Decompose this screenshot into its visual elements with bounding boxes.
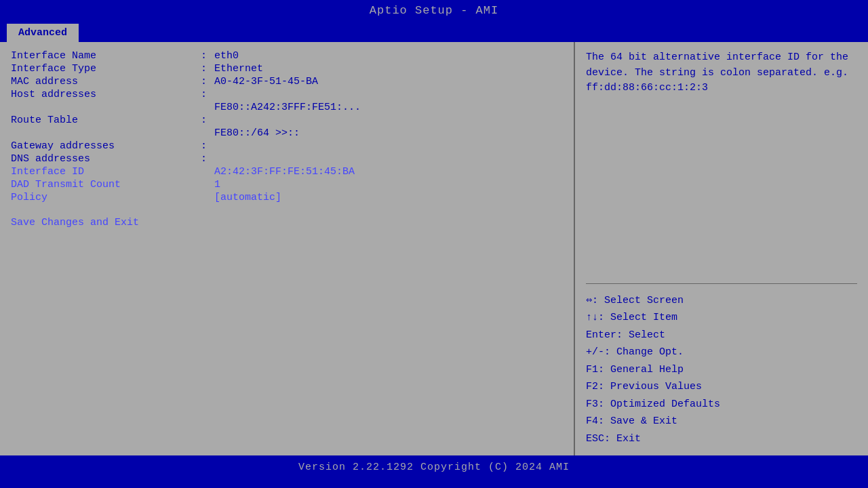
field-colon-0: : <box>201 50 214 62</box>
field-label-1: Interface Type <box>11 63 201 75</box>
field-row-2: MAC address:A0-42-3F-51-45-BA <box>11 76 563 87</box>
field-row-1: Interface Type:Ethernet <box>11 63 563 75</box>
field-row-8: DNS addresses: <box>11 153 563 165</box>
key-help-item: F1: General Help <box>586 361 857 379</box>
field-label-2: MAC address <box>11 76 201 87</box>
field-label-10: DAD Transmit Count <box>11 179 201 190</box>
field-label-11: Policy <box>11 192 201 203</box>
field-colon-1: : <box>201 63 214 75</box>
field-colon-8: : <box>201 153 214 165</box>
key-help: ⇔: Select Screen↑↓: Select ItemEnter: Se… <box>586 292 857 448</box>
field-colon-3: : <box>201 89 214 100</box>
divider <box>586 283 857 284</box>
field-label-0: Interface Name <box>11 50 201 62</box>
field-row-5: Route Table: <box>11 115 563 126</box>
field-colon-4 <box>201 102 214 113</box>
main-content: Interface Name:eth0Interface Type:Ethern… <box>0 42 868 455</box>
field-value-10: 1 <box>214 179 220 190</box>
field-row-9[interactable]: Interface IDA2:42:3F:FF:FE:51:45:BA <box>11 166 563 178</box>
field-row-10[interactable]: DAD Transmit Count1 <box>11 179 563 190</box>
key-help-item: ↑↓: Select Item <box>586 309 857 327</box>
field-label-3: Host addresses <box>11 89 201 100</box>
field-value-1: Ethernet <box>214 63 263 75</box>
save-changes-row[interactable]: Save Changes and Exit <box>11 217 563 228</box>
field-colon-5: : <box>201 115 214 126</box>
field-value-6: FE80::/64 >>:: <box>214 127 300 139</box>
field-label-7: Gateway addresses <box>11 140 201 152</box>
field-label-9: Interface ID <box>11 166 201 178</box>
field-label-8: DNS addresses <box>11 153 201 165</box>
field-colon-7: : <box>201 140 214 152</box>
key-help-item: F2: Previous Values <box>586 378 857 396</box>
help-text: The 64 bit alternative interface ID for … <box>586 50 857 275</box>
field-value-0: eth0 <box>214 50 239 62</box>
app-title: Aptio Setup - AMI <box>370 4 498 17</box>
field-value-9: A2:42:3F:FF:FE:51:45:BA <box>214 166 355 178</box>
field-label-5: Route Table <box>11 115 201 126</box>
field-row-7: Gateway addresses: <box>11 140 563 152</box>
tab-bar: Advanced <box>0 21 868 42</box>
field-colon-6 <box>201 127 214 139</box>
key-help-item: F3: Optimized Defaults <box>586 396 857 413</box>
field-label-4 <box>11 102 201 113</box>
field-value-2: A0-42-3F-51-45-BA <box>214 76 318 87</box>
right-panel: The 64 bit alternative interface ID for … <box>575 42 868 455</box>
footer-text: Version 2.22.1292 Copyright (C) 2024 AMI <box>298 462 570 473</box>
tab-advanced[interactable]: Advanced <box>7 24 79 42</box>
field-value-11: [automatic] <box>214 192 281 203</box>
key-help-item: Enter: Select <box>586 327 857 344</box>
key-help-item: ⇔: Select Screen <box>586 292 857 310</box>
left-panel: Interface Name:eth0Interface Type:Ethern… <box>0 42 575 455</box>
field-row-4: FE80::A242:3FFF:FE51:... <box>11 102 563 113</box>
field-value-4: FE80::A242:3FFF:FE51:... <box>214 102 361 113</box>
key-help-item: F4: Save & Exit <box>586 413 857 430</box>
field-row-0: Interface Name:eth0 <box>11 50 563 62</box>
field-row-3: Host addresses: <box>11 89 563 100</box>
field-row-11[interactable]: Policy[automatic] <box>11 192 563 203</box>
field-colon-10 <box>201 179 214 190</box>
field-row-6: FE80::/64 >>:: <box>11 127 563 139</box>
key-help-item: ESC: Exit <box>586 430 857 448</box>
title-bar: Aptio Setup - AMI <box>0 0 868 21</box>
footer: Version 2.22.1292 Copyright (C) 2024 AMI <box>0 455 868 479</box>
field-colon-2: : <box>201 76 214 87</box>
field-colon-11 <box>201 192 214 203</box>
field-colon-9 <box>201 166 214 178</box>
field-label-6 <box>11 127 201 139</box>
key-help-item: +/-: Change Opt. <box>586 344 857 361</box>
